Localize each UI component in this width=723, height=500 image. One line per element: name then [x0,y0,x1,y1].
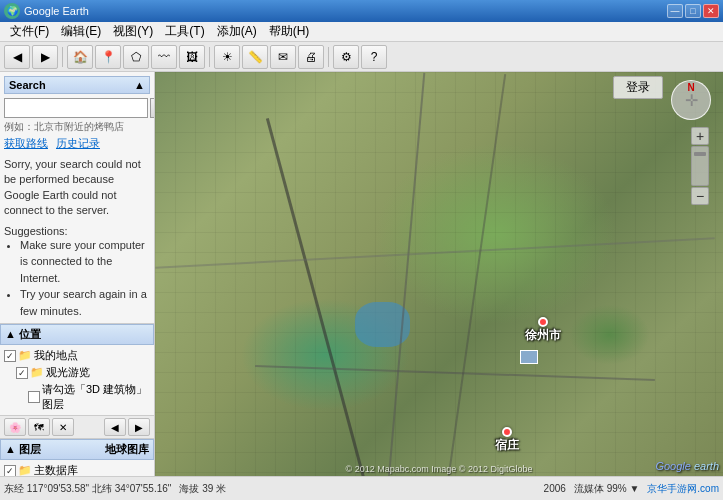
maindb-icon: 📁 [18,464,32,476]
path-button[interactable]: 〰 [151,45,177,69]
places-title: ▲ 位置 [5,327,41,342]
layers-title: ▲ 图层 [5,442,41,457]
search-title: Search [9,79,46,91]
places-section: ▲ 位置 📁 我的地点 📁 观光游览 请勾选「3D 建筑物」图层 [0,324,154,439]
earth-text: earth [694,460,719,472]
compass[interactable]: N ✛ [671,80,711,120]
search-section: Search ▲ 搜索 例如：北京市附近的烤鸭店 获取路线 历史记录 Sorry… [0,72,154,324]
menu-help[interactable]: 帮助(H) [263,21,316,42]
delete-button[interactable]: ✕ [52,418,74,436]
menu-view[interactable]: 视图(Y) [107,21,159,42]
zoom-out-button[interactable]: − [691,187,709,205]
search-suggestions: Suggestions: Make sure your computer is … [4,225,150,320]
status-bar: 东经 117°09'53.58" 北纬 34°07'55.16" 海拔 39 米… [0,476,723,500]
placemark-button[interactable]: 📍 [95,45,121,69]
city-marker-xuzhou: 徐州市 [525,317,561,344]
login-button[interactable]: 登录 [613,76,663,99]
search-input[interactable] [4,98,148,118]
myplaces-icon: 📁 [18,349,32,362]
image-button[interactable]: 🖼 [179,45,205,69]
zoom-controls: + − [691,127,709,205]
email-button[interactable]: ✉ [270,45,296,69]
search-header: Search ▲ [4,76,150,94]
tours-icon: 📁 [30,366,44,379]
3d-checkbox[interactable] [28,391,40,403]
xuzhou-dot [538,317,548,327]
map-area[interactable]: 徐州市 宿庄 登录 N ✛ + − © 2012 Mapabc.com Imag… [155,72,723,476]
maximize-button[interactable]: □ [685,4,701,18]
search-links: 获取路线 历史记录 [4,136,150,151]
status-coords: 东经 117°09'53.58" 北纬 34°07'55.16" [4,482,171,496]
search-error-message: Sorry, your search could not be performe… [4,157,150,219]
zoom-in-button[interactable]: + [691,127,709,145]
google-earth-logo: Google earth [655,460,719,472]
menu-tools[interactable]: 工具(T) [159,21,210,42]
home-button[interactable]: 🏠 [67,45,93,69]
suggestion-2: Try your search again in a few minutes. [20,286,150,319]
toolbar: ◀ ▶ 🏠 📍 ⬠ 〰 🖼 ☀ 📏 ✉ 🖨 ⚙ ? [0,42,723,72]
print-button[interactable]: 🖨 [298,45,324,69]
places-header[interactable]: ▲ 位置 [0,324,154,345]
tours-checkbox[interactable] [16,367,28,379]
window-controls: — □ ✕ [667,4,719,18]
map-fields-overlay [155,72,723,476]
year-text: 2006 [544,483,566,494]
toolbar-separator-3 [328,47,329,67]
ruler-button[interactable]: 📏 [242,45,268,69]
places-toolbar: 🌸 🗺 ✕ ◀ ▶ [0,415,154,438]
status-elevation: 海拔 39 米 [179,482,226,496]
minimize-button[interactable]: — [667,4,683,18]
layers-item-main-db[interactable]: 📁 主数据库 [0,462,154,476]
prev-button[interactable]: ◀ [104,418,126,436]
compass-ring: N ✛ [671,80,711,120]
flower-button[interactable]: 🌸 [4,418,26,436]
back-button[interactable]: ◀ [4,45,30,69]
menu-bar: 文件(F) 编辑(E) 视图(Y) 工具(T) 添加(A) 帮助(H) [0,22,723,42]
app-icon: 🌍 [4,3,20,19]
layers-section: ▲ 图层 地球图库 📁 主数据库 📁 边界和地名 📁 地方 [0,439,154,476]
suggestions-title: Suggestions: [4,225,150,237]
layers-header[interactable]: ▲ 图层 地球图库 [0,439,154,460]
polygon-button[interactable]: ⬠ [123,45,149,69]
city-marker-suzhuang: 宿庄 [495,427,519,454]
close-button[interactable]: ✕ [703,4,719,18]
maindb-label: 主数据库 [34,463,78,476]
myplaces-checkbox[interactable] [4,350,16,362]
main-layout: Search ▲ 搜索 例如：北京市附近的烤鸭店 获取路线 历史记录 Sorry… [0,72,723,476]
compass-arrow: ✛ [685,91,698,110]
next-button[interactable]: ▶ [128,418,150,436]
menu-file[interactable]: 文件(F) [4,21,55,42]
website-text: 京华手游网.com [647,482,719,496]
google-text: Google [655,460,690,472]
places-item-myplaces[interactable]: 📁 我的地点 [0,347,154,364]
places-content: 📁 我的地点 📁 观光游览 请勾选「3D 建筑物」图层 [0,345,154,415]
places-item-3d[interactable]: 请勾选「3D 建筑物」图层 [24,381,154,413]
history-link[interactable]: 历史记录 [56,136,100,151]
settings-button[interactable]: ⚙ [333,45,359,69]
search-collapse-icon: ▲ [134,79,145,91]
map-thumbnail[interactable] [520,350,538,364]
compass-north: N [687,82,694,93]
menu-add[interactable]: 添加(A) [211,21,263,42]
places-item-tours[interactable]: 📁 观光游览 [12,364,154,381]
map-copyright: © 2012 Mapabc.com Image © 2012 DigitGlob… [346,464,533,474]
elevation-text: 海拔 39 米 [179,482,226,496]
menu-edit[interactable]: 编辑(E) [55,21,107,42]
help-icon-btn[interactable]: ? [361,45,387,69]
forward-button[interactable]: ▶ [32,45,58,69]
zoom-slider[interactable] [691,146,709,186]
left-panel: Search ▲ 搜索 例如：北京市附近的烤鸭店 获取路线 历史记录 Sorry… [0,72,155,476]
myplaces-label: 我的地点 [34,348,78,363]
suzhuang-label: 宿庄 [495,437,519,454]
folder-button[interactable]: 🗺 [28,418,50,436]
layers-content: 📁 主数据库 📁 边界和地名 📁 地方 [0,460,154,476]
window-title: Google Earth [24,5,667,17]
get-directions-link[interactable]: 获取路线 [4,136,48,151]
sun-button[interactable]: ☀ [214,45,240,69]
maindb-checkbox[interactable] [4,465,16,476]
suggestion-1: Make sure your computer is connected to … [20,237,150,287]
search-input-row: 搜索 [4,98,150,118]
toolbar-separator-2 [209,47,210,67]
suzhuang-dot [502,427,512,437]
status-year: 2006 [544,483,566,494]
